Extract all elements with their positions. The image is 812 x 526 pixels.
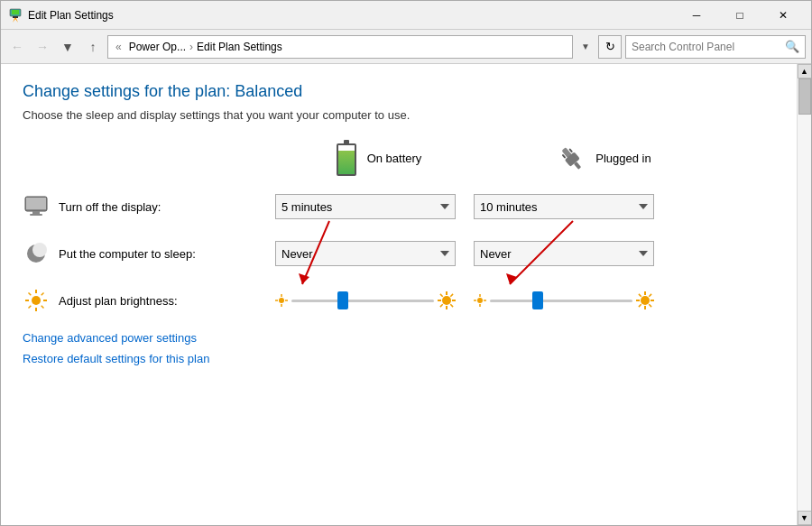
brightness-row-controls [275, 291, 654, 309]
display-row-controls: 5 minutes 1 minute 2 minutes 3 minutes 1… [275, 194, 654, 219]
search-box: 🔍 [625, 35, 806, 59]
svg-rect-11 [32, 211, 40, 214]
sleep-plugged-select[interactable]: Never 1 minute 2 minutes 5 minutes 10 mi… [474, 241, 654, 266]
svg-marker-55 [506, 273, 517, 284]
battery-brightness-thumb[interactable] [337, 291, 348, 309]
svg-marker-53 [299, 273, 309, 284]
svg-line-34 [440, 294, 443, 297]
restore-defaults-link[interactable]: Restore default settings for this plan [23, 352, 775, 365]
plugged-in-label: Plugged in [595, 152, 651, 165]
svg-point-24 [279, 298, 284, 303]
svg-point-29 [442, 296, 451, 305]
page-title: Change settings for the plan: Balanced [23, 82, 775, 101]
history-dropdown-button[interactable]: ▼ [57, 36, 78, 58]
content-area: Change settings for the plan: Balanced C… [1, 64, 811, 525]
svg-line-35 [450, 304, 453, 307]
scroll-thumb[interactable] [798, 78, 811, 115]
brightness-row-label: Adjust plan brightness: [59, 294, 275, 308]
sleep-row-label: Put the computer to sleep: [59, 247, 275, 261]
on-battery-label: On battery [367, 152, 422, 165]
svg-point-14 [32, 243, 47, 257]
svg-line-51 [639, 304, 641, 307]
title-bar: Edit Plan Settings ─ □ ✕ [1, 1, 811, 30]
links-section: Change advanced power settings Restore d… [23, 331, 775, 365]
breadcrumb-prefix: « [115, 41, 122, 53]
title-bar-buttons: ─ □ ✕ [676, 2, 804, 29]
svg-line-23 [29, 306, 32, 309]
column-headers: On battery P [23, 140, 775, 176]
svg-point-38 [477, 298, 483, 303]
main-content: Change settings for the plan: Balanced C… [1, 64, 797, 525]
advanced-power-settings-link[interactable]: Change advanced power settings [23, 331, 775, 345]
svg-line-48 [639, 294, 641, 297]
svg-line-50 [649, 294, 651, 297]
breadcrumb-parent[interactable]: Power Op... [129, 41, 186, 53]
battery-brightness-control [275, 291, 456, 309]
svg-line-36 [450, 294, 453, 297]
moon-icon [23, 241, 49, 266]
scroll-up-arrow[interactable]: ▲ [798, 64, 812, 78]
brightness-settings-row: Adjust plan brightness: [23, 284, 775, 317]
display-settings-row: Turn off the display: 5 minutes 1 minute… [23, 190, 775, 223]
svg-line-22 [42, 293, 44, 296]
plugged-brightness-control [474, 291, 654, 309]
brightness-icon [23, 287, 50, 314]
up-button[interactable]: ↑ [82, 36, 104, 58]
sun-large-battery-icon [438, 291, 456, 309]
sun-small-battery-icon [275, 294, 288, 307]
sleep-icon [23, 240, 50, 267]
address-path: « Power Op... › Edit Plan Settings [107, 35, 573, 59]
monitor-icon [23, 193, 50, 220]
plugged-brightness-thumb[interactable] [532, 291, 543, 309]
svg-rect-1 [12, 10, 19, 14]
window-title: Edit Plan Settings [28, 9, 676, 22]
scrollbar: ▲ ▼ [797, 64, 811, 525]
svg-point-43 [641, 296, 650, 305]
display-plugged-select[interactable]: 10 minutes 1 minute 2 minutes 3 minutes … [474, 194, 654, 219]
sleep-row-controls: Never 1 minute 2 minutes 5 minutes 10 mi… [275, 241, 654, 266]
address-dropdown-button[interactable]: ▼ [577, 35, 595, 59]
window-icon [8, 8, 23, 23]
display-battery-select[interactable]: 5 minutes 1 minute 2 minutes 3 minutes 1… [275, 194, 456, 219]
sun-large-plugged-icon [636, 291, 654, 309]
svg-line-37 [440, 304, 443, 307]
scroll-track[interactable] [798, 78, 811, 511]
breadcrumb-separator: › [189, 41, 193, 53]
svg-rect-12 [30, 214, 42, 216]
plug-icon [558, 144, 585, 171]
sun-icon [23, 288, 49, 313]
address-bar: ← → ▼ ↑ « Power Op... › Edit Plan Settin… [1, 30, 811, 64]
svg-rect-10 [26, 198, 46, 209]
close-button[interactable]: ✕ [762, 2, 804, 29]
maximize-button[interactable]: □ [719, 2, 761, 29]
display-row-label: Turn off the display: [59, 200, 275, 214]
search-input[interactable] [632, 41, 781, 53]
svg-line-49 [649, 304, 651, 307]
svg-line-20 [29, 293, 32, 296]
on-battery-header: On battery [275, 140, 483, 176]
svg-rect-3 [13, 16, 18, 18]
svg-line-21 [42, 306, 44, 309]
window: Edit Plan Settings ─ □ ✕ ← → ▼ ↑ « Power… [0, 0, 812, 526]
search-button[interactable]: 🔍 [785, 40, 799, 54]
minimize-button[interactable]: ─ [676, 2, 717, 29]
forward-button[interactable]: → [32, 36, 53, 58]
refresh-button[interactable]: ↻ [598, 35, 622, 59]
sun-small-plugged-icon [474, 294, 486, 307]
content-wrapper: Change settings for the plan: Balanced C… [1, 64, 811, 525]
scroll-down-arrow[interactable]: ▼ [798, 511, 812, 525]
svg-point-15 [32, 296, 41, 305]
back-button[interactable]: ← [6, 36, 28, 58]
display-icon [23, 194, 49, 219]
breadcrumb-current[interactable]: Edit Plan Settings [197, 41, 282, 53]
page-subtitle: Choose the sleep and display settings th… [23, 108, 775, 122]
sleep-battery-select[interactable]: Never 1 minute 2 minutes 5 minutes 10 mi… [275, 241, 456, 266]
plugged-in-header: Plugged in [501, 144, 708, 171]
sleep-settings-row: Put the computer to sleep: Never 1 minut… [23, 237, 775, 270]
